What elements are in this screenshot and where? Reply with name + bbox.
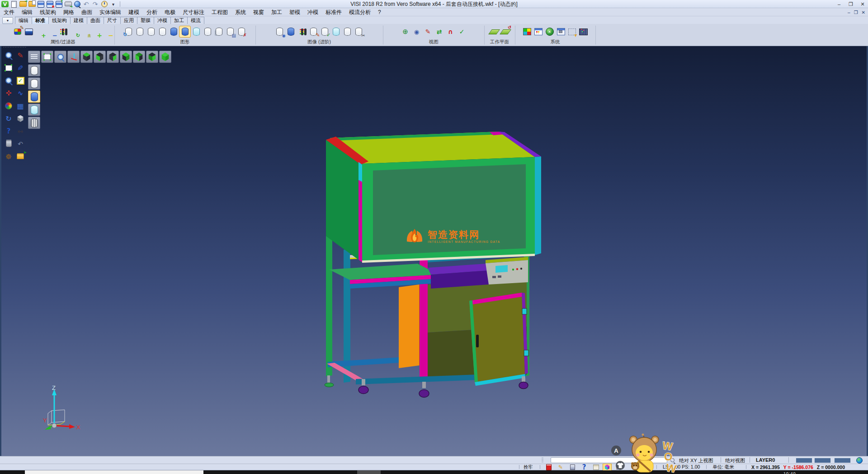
cube-back-icon[interactable] <box>133 51 145 63</box>
adv-cylinder-pair-icon[interactable] <box>342 26 353 37</box>
menu-视窗[interactable]: 视窗 <box>250 8 268 16</box>
help-icon[interactable] <box>580 464 589 470</box>
curve-pencil-icon[interactable] <box>15 88 26 99</box>
picker-icon[interactable] <box>556 464 565 470</box>
undo-arrow-icon[interactable] <box>15 138 26 149</box>
cylinder-cyan-icon[interactable] <box>191 26 202 37</box>
view-check-icon[interactable] <box>457 26 467 37</box>
menu-冲模[interactable]: 冲模 <box>304 8 322 16</box>
package-icon[interactable] <box>591 464 600 470</box>
viewport-window-icon[interactable] <box>15 100 26 111</box>
adv-cylinder-cyan-icon[interactable] <box>331 26 342 37</box>
cylinder-b-icon[interactable] <box>28 77 40 90</box>
active-layer-label[interactable]: LAYER0 <box>756 457 775 463</box>
eye-plusminus-icon[interactable] <box>80 26 91 37</box>
grid-table-icon[interactable] <box>578 26 589 37</box>
navigate-wheel-icon[interactable] <box>3 151 14 162</box>
triad-icon[interactable] <box>67 51 80 63</box>
units-label[interactable]: 单位: 毫米 <box>712 464 734 470</box>
clipboard-red-icon[interactable] <box>544 464 553 470</box>
tab-尺寸[interactable]: 尺寸 <box>104 17 121 24</box>
zoom-window-icon[interactable] <box>41 51 53 63</box>
cube-left-icon[interactable] <box>107 51 119 63</box>
menu-建模[interactable]: 建模 <box>125 8 143 16</box>
tab-dropdown-button[interactable]: ▼ <box>2 17 13 24</box>
view-mode-label[interactable]: 绝对 XY 上视图 <box>679 457 713 464</box>
menu-系统[interactable]: 系统 <box>231 8 250 16</box>
globe-status-icon[interactable] <box>856 457 863 464</box>
menu-?[interactable]: ? <box>374 8 385 16</box>
workplane-align-icon[interactable] <box>500 26 511 37</box>
window-config-icon[interactable] <box>556 26 566 37</box>
help-question-icon[interactable] <box>3 126 14 137</box>
cylinder-blue-icon[interactable] <box>168 26 179 37</box>
cube-bottom-icon[interactable] <box>146 51 158 63</box>
tab-冲模[interactable]: 冲模 <box>154 17 171 24</box>
menu-工程图[interactable]: 工程图 <box>208 8 231 16</box>
adv-cylinder-pen-icon[interactable] <box>308 26 319 37</box>
view-axes-icon[interactable] <box>400 26 411 37</box>
menu-加工[interactable]: 加工 <box>268 8 286 16</box>
confirm-check-icon[interactable] <box>15 75 26 86</box>
edit-pencil-icon[interactable] <box>15 50 26 61</box>
tab-塑膜[interactable]: 塑膜 <box>137 17 154 24</box>
mdi-restore-button[interactable]: ❐ <box>854 10 858 15</box>
zoom-search-icon[interactable] <box>54 51 66 63</box>
view-menu-icon[interactable] <box>28 51 40 63</box>
color-grid-icon[interactable] <box>522 26 533 37</box>
adv-cylinder-blue-icon[interactable] <box>286 26 297 37</box>
machine-door[interactable] <box>469 293 528 386</box>
tab-编辑[interactable]: 编辑 <box>15 17 32 24</box>
eye-refresh-icon[interactable] <box>69 26 80 37</box>
taskbar-button-sliver[interactable] <box>357 470 381 474</box>
menu-实体编辑[interactable]: 实体编辑 <box>96 8 125 16</box>
maximize-button[interactable]: ❐ <box>847 1 854 7</box>
system-globe-icon[interactable] <box>544 26 555 37</box>
cube-front-icon[interactable] <box>94 51 106 63</box>
tab-应用[interactable]: 应用 <box>120 17 137 24</box>
cylinder-stripe-icon[interactable] <box>28 117 40 129</box>
tab-建模[interactable]: 建模 <box>70 17 87 24</box>
adv-cylinder-cut-icon[interactable] <box>354 26 364 37</box>
hand-select-icon[interactable] <box>567 26 578 37</box>
delete-trash-icon[interactable] <box>3 138 14 149</box>
cube-iso-icon[interactable] <box>159 51 171 63</box>
menu-电极[interactable]: 电极 <box>161 8 179 16</box>
view-arrows-icon[interactable] <box>434 26 445 37</box>
menu-网格[interactable]: 网格 <box>60 8 78 16</box>
tab-加工[interactable]: 加工 <box>170 17 188 24</box>
menu-线架构[interactable]: 线架构 <box>36 8 60 16</box>
machine-model-scene[interactable]: Z X Y <box>1 46 867 456</box>
menu-分析[interactable]: 分析 <box>143 8 161 16</box>
ink-bottle-icon[interactable] <box>568 464 577 470</box>
cylinder-icon[interactable] <box>134 26 145 37</box>
cylinder-pair-icon[interactable] <box>213 26 224 37</box>
sketch-pen-icon[interactable] <box>15 62 26 73</box>
cylinder-doc-icon[interactable] <box>225 26 236 37</box>
select-window-icon[interactable] <box>3 62 14 73</box>
traffic-light-icon[interactable] <box>57 26 68 37</box>
eye-minus-icon[interactable] <box>103 26 113 37</box>
palette-window-icon[interactable] <box>533 26 544 37</box>
adv-cylinder-check-icon[interactable] <box>320 26 330 37</box>
attributes-brush-icon[interactable] <box>12 26 23 37</box>
close-button[interactable]: ✕ <box>859 1 866 7</box>
cube-right-icon[interactable] <box>120 51 132 63</box>
lock-label[interactable]: 拴牢 <box>524 464 533 470</box>
tab-模流[interactable]: 模流 <box>187 17 204 24</box>
tab-标准[interactable]: 标准 <box>32 17 49 24</box>
menu-编辑[interactable]: 编辑 <box>18 8 36 16</box>
menu-标准件[interactable]: 标准件 <box>322 8 345 16</box>
mdi-minimize-button[interactable]: – <box>848 10 850 15</box>
adv-cylinder-view-icon[interactable] <box>274 26 285 37</box>
layers-palette-icon[interactable] <box>3 100 14 111</box>
shade-cube-icon[interactable] <box>15 113 26 124</box>
cylinder-d-icon[interactable] <box>202 26 213 37</box>
cylinder-icon[interactable] <box>28 64 40 76</box>
minimize-button[interactable]: – <box>835 1 843 7</box>
image-eye-icon[interactable] <box>24 26 34 37</box>
zoom-search-icon[interactable] <box>3 50 14 61</box>
tab-线架构[interactable]: 线架构 <box>48 17 71 24</box>
view-magnet-icon[interactable] <box>445 26 456 37</box>
cylinder-c-icon[interactable] <box>157 26 168 37</box>
